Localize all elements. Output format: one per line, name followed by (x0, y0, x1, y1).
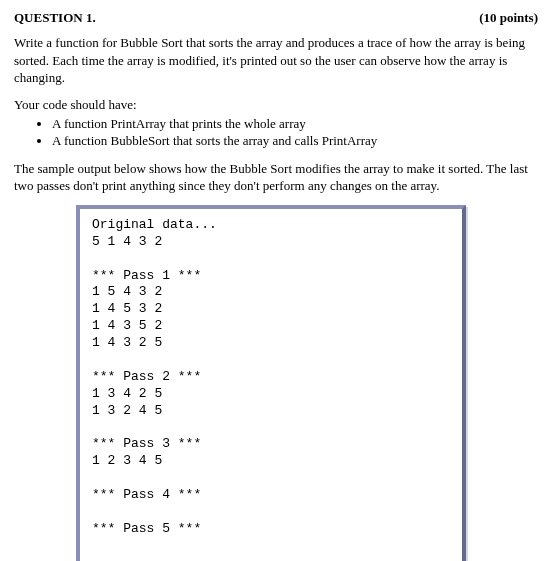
question-header: QUESTION 1. (10 points) (14, 10, 538, 26)
intro-paragraph: Write a function for Bubble Sort that so… (14, 34, 538, 87)
question-title: QUESTION 1. (14, 10, 96, 26)
sample-intro-paragraph: The sample output below shows how the Bu… (14, 160, 538, 195)
requirements-intro: Your code should have: (14, 97, 538, 113)
sample-output-box: Original data... 5 1 4 3 2 *** Pass 1 **… (76, 205, 466, 561)
requirements-list: A function PrintArray that prints the wh… (14, 115, 538, 150)
requirement-item: A function BubbleSort that sorts the arr… (52, 132, 538, 150)
question-points: (10 points) (479, 10, 538, 26)
requirement-item: A function PrintArray that prints the wh… (52, 115, 538, 133)
output-box-wrapper: Original data... 5 1 4 3 2 *** Pass 1 **… (76, 205, 466, 561)
